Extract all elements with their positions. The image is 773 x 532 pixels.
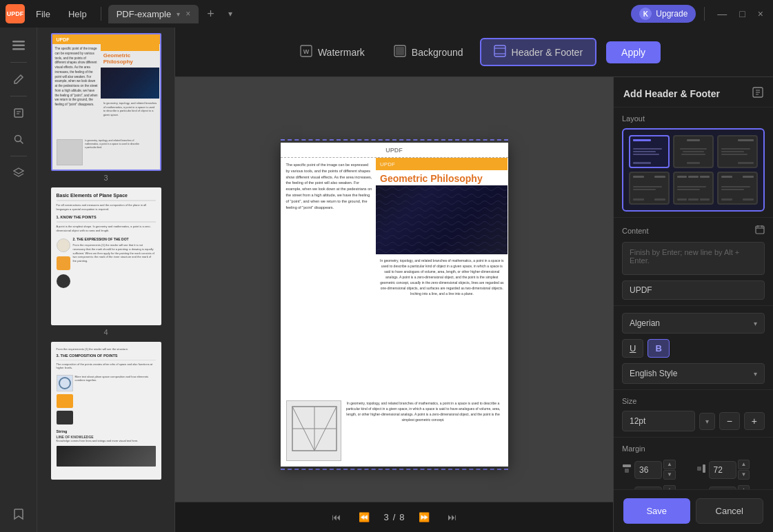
size-label: Size (622, 397, 765, 405)
margin-right-input[interactable]: 72 (709, 461, 736, 479)
layout-label: Layout (622, 114, 765, 123)
underline-button[interactable]: U (622, 339, 643, 358)
nav-first[interactable]: ⏮ (328, 509, 345, 525)
page-nav: ⏮ ⏪ 3 / 8 ⏩ ⏭ (175, 502, 613, 532)
sidebar-icon-search[interactable] (6, 127, 31, 152)
sidebar-icon-note[interactable] (6, 101, 31, 125)
menu-file[interactable]: File (29, 6, 57, 22)
nav-prev-fast[interactable]: ⏪ (354, 509, 374, 525)
size-dropdown-arrow[interactable]: ▾ (699, 413, 715, 430)
svg-line-7 (20, 141, 23, 143)
margin-top-up[interactable]: ▲ (663, 460, 676, 469)
tab-chevron[interactable]: ▾ (177, 10, 180, 18)
sidebar-icon-layers[interactable] (6, 161, 31, 185)
size-increase[interactable]: + (744, 412, 765, 430)
calendar-icon[interactable] (755, 225, 765, 236)
font-dropdown[interactable]: Algerian ▾ (622, 313, 765, 334)
svg-rect-0 (12, 41, 25, 43)
margin-right-down[interactable]: ▼ (738, 470, 750, 480)
toolbar: W Watermark Background Header & Footer A… (175, 28, 773, 77)
margin-section: Margin 36 ▲ (614, 438, 773, 489)
sidebar-icon-edit[interactable] (6, 67, 31, 92)
titlebar: UPDF File Help PDF-example ▾ × + ▾ K Upg… (0, 0, 773, 28)
margin-right-up[interactable]: ▲ (738, 460, 750, 469)
pdf-page: UPDF The specific point of the image can… (281, 143, 508, 467)
margin-top-input[interactable]: 36 (634, 461, 662, 479)
thumbnail-item-4[interactable]: Basic Elements of Plane Space For all co… (43, 187, 169, 336)
font-dropdown-arrow: ▾ (754, 320, 757, 327)
watermark-button[interactable]: W Watermark (288, 39, 377, 65)
margin-top-icon (622, 464, 632, 475)
margin-top-down[interactable]: ▼ (663, 470, 676, 480)
style-dropdown-arrow: ▾ (754, 370, 757, 378)
sidebar-icon-menu[interactable] (6, 33, 31, 58)
window-minimize[interactable]: — (713, 7, 731, 21)
app-logo: UPDF (6, 4, 25, 23)
apply-button[interactable]: Apply (606, 41, 661, 63)
bold-style-button[interactable]: B (647, 339, 669, 358)
export-icon[interactable] (752, 87, 763, 100)
menu-help[interactable]: Help (61, 6, 94, 22)
size-decrease[interactable]: − (719, 412, 740, 430)
main-layout: UPDF The specific point of the image can… (0, 28, 773, 532)
header-footer-label: Header & Footer (512, 47, 583, 58)
header-footer-icon (494, 45, 506, 59)
upgrade-button[interactable]: K Upgrade (631, 5, 696, 23)
tab-close-icon[interactable]: × (185, 9, 190, 19)
sidebar-icon-bookmark[interactable] (6, 502, 31, 526)
background-button[interactable]: Background (381, 39, 476, 65)
page-current: 3 (383, 512, 388, 522)
nav-next-fast[interactable]: ⏩ (414, 509, 434, 525)
content-placeholder-input[interactable]: Finish by Enter; new line by Alt + Enter… (622, 242, 765, 275)
svg-rect-2 (12, 48, 25, 50)
save-button[interactable]: Save (623, 498, 690, 524)
window-maximize[interactable]: □ (735, 7, 749, 21)
thumbnail-item-5[interactable]: From the requirements (1) the reader wil… (43, 342, 169, 482)
user-avatar: K (639, 8, 652, 20)
sidebar-sep-2 (10, 96, 27, 96)
size-input[interactable]: 12pt (622, 411, 695, 431)
right-panel-header: Add Header & Footer (614, 77, 773, 108)
svg-rect-34 (697, 467, 701, 471)
margin-right-stepper: ▲ ▼ (738, 460, 750, 480)
layout-option-5[interactable] (673, 172, 714, 205)
watermark-label: Watermark (318, 47, 365, 58)
thumbnail-page-num-3: 3 (103, 174, 108, 182)
content-value-input[interactable]: UPDF (622, 280, 765, 300)
sidebar-sep-3 (10, 156, 27, 156)
tab-pdf-example[interactable]: PDF-example ▾ × (108, 5, 199, 23)
right-panel-title: Add Header & Footer (623, 88, 720, 99)
cancel-button[interactable]: Cancel (696, 498, 764, 524)
thumbnail-page-num-4: 4 (103, 328, 108, 336)
tab-add-button[interactable]: + (203, 7, 219, 21)
layout-option-4[interactable] (629, 172, 670, 205)
svg-rect-12 (494, 45, 505, 57)
layout-option-3[interactable] (717, 135, 758, 168)
style-dropdown[interactable]: English Style ▾ (622, 363, 765, 384)
content-wrap: W Watermark Background Header & Footer A… (175, 28, 773, 532)
svg-rect-3 (14, 109, 23, 117)
thumbnail-5: From the requirements (1) the reader wil… (51, 342, 161, 480)
right-panel: Add Header & Footer Layout (613, 77, 773, 532)
margin-label: Margin (622, 444, 765, 453)
tab-dropdown-chevron[interactable]: ▾ (228, 9, 232, 19)
thumbnail-item-3[interactable]: UPDF The specific point of the image can… (43, 33, 169, 182)
upgrade-label: Upgrade (656, 9, 687, 19)
style-value: English Style (630, 369, 677, 378)
margin-top-stepper: ▲ ▼ (663, 460, 676, 480)
layout-section: Layout (614, 108, 773, 218)
pdf-page-container: UPDF The specific point of the image can… (281, 143, 508, 467)
margin-grid: 36 ▲ ▼ (622, 460, 765, 489)
margin-right-icon (696, 464, 706, 475)
svg-rect-32 (625, 469, 629, 473)
layout-option-1[interactable] (629, 135, 670, 168)
pdf-viewer: UPDF The specific point of the image can… (175, 77, 613, 532)
sidebar-sep-1 (10, 62, 27, 63)
layout-option-6[interactable] (717, 172, 758, 205)
svg-text:W: W (303, 48, 310, 55)
layout-option-2[interactable] (673, 135, 714, 168)
style-row: U B (622, 339, 765, 358)
nav-last[interactable]: ⏭ (443, 509, 461, 525)
window-close[interactable]: × (754, 7, 767, 21)
header-footer-button[interactable]: Header & Footer (480, 38, 597, 66)
